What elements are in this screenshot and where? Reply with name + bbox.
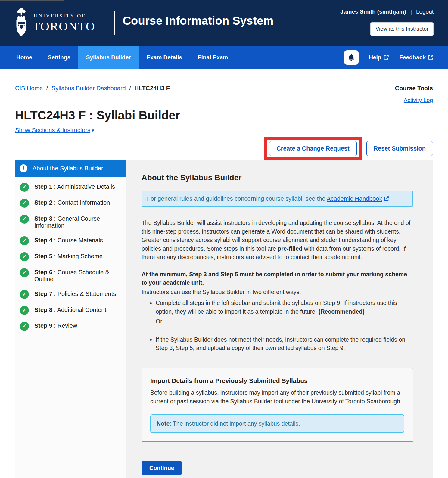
about-content: About the Syllabus Builder For general r… — [126, 160, 433, 478]
check-circle-icon: ✓ — [20, 322, 29, 331]
info-icon: i — [20, 164, 27, 172]
syllabus-builder-panel: i About the Syllabus Builder ✓ Step 1 : … — [15, 160, 433, 478]
breadcrumb: CIS Home / Syllabus Builder Dashboard / … — [15, 85, 170, 92]
nav-tab[interactable]: Exam Details — [139, 46, 190, 69]
page-title: HLTC24H3 F : Syllabi Builder — [15, 109, 433, 122]
nav-tab[interactable]: Settings — [40, 46, 78, 69]
sidebar-step-item[interactable]: ✓ Step 2 : Contact Information — [15, 196, 126, 212]
caret-down-icon: ▾ — [92, 127, 94, 134]
sidebar-step-item[interactable]: ✓ Step 7 : Policies & Statements — [15, 287, 126, 303]
sidebar-step-item[interactable]: ✓ Step 5 : Marking Scheme — [15, 249, 126, 265]
handbook-alert: For general rules and guidelines concern… — [142, 191, 413, 207]
uoft-logo[interactable]: UNIVERSITY OF TORONTO — [14, 7, 95, 39]
minimum-steps-note: At the minimum, Step 3 and Step 5 must b… — [142, 270, 413, 287]
import-note: Note: The instructor did not import any … — [150, 414, 404, 433]
sidebar-step-item[interactable]: ✓ Step 4 : Course Materials — [15, 233, 126, 249]
logout-link[interactable]: Logout — [416, 8, 434, 15]
external-link-icon — [384, 196, 389, 201]
sidebar-item-about[interactable]: i About the Syllabus Builder — [15, 160, 126, 177]
check-circle-icon: ✓ — [20, 268, 29, 277]
course-tools-heading: Course Tools — [395, 85, 433, 92]
activity-log-link[interactable]: Activity Log — [404, 97, 433, 103]
sidebar-step-item[interactable]: ✓ Step 6 : Course Schedule & Outline — [15, 265, 126, 287]
annotation-highlight: Create a Change Request — [264, 137, 362, 160]
uoft-crest-icon — [14, 7, 28, 39]
app-title: Course Information System — [123, 14, 273, 27]
usage-option: Complete all steps in the left sidebar a… — [156, 299, 413, 326]
header-separator: | — [410, 8, 412, 15]
notifications-button[interactable] — [344, 50, 359, 65]
help-link[interactable]: Help — [369, 54, 389, 61]
check-circle-icon: ✓ — [20, 290, 29, 299]
view-as-instructor-button[interactable]: View as this Instructor — [370, 22, 434, 36]
create-change-request-button[interactable]: Create a Change Request — [269, 141, 356, 156]
import-box-body: Before building a syllabus, instructors … — [150, 388, 404, 406]
header-divider — [114, 11, 115, 35]
uoft-wordmark: UNIVERSITY OF TORONTO — [33, 13, 95, 33]
breadcrumb-current: HLTC24H3 F — [134, 85, 170, 92]
nav-tab[interactable]: Final Exam — [190, 46, 236, 69]
nav-tab[interactable]: Home — [8, 46, 40, 69]
academic-handbook-link[interactable]: Academic Handbook — [327, 195, 382, 202]
main-nav: Home Settings Syllabus Builder Exam Deta… — [0, 46, 448, 69]
feedback-link[interactable]: Feedback — [399, 54, 434, 61]
sidebar-step-item[interactable]: ✓ Step 9 : Review — [15, 319, 126, 335]
logged-in-user: James Smith (smithjam) — [340, 8, 406, 15]
bell-icon — [348, 54, 355, 61]
check-circle-icon: ✓ — [20, 199, 29, 208]
content-heading: About the Syllabus Builder — [142, 173, 413, 182]
two-ways-line: Instructors can use the Syllabus Builder… — [142, 288, 413, 296]
external-link-icon — [428, 54, 434, 60]
check-circle-icon: ✓ — [20, 215, 29, 224]
window-edge-artifact — [0, 0, 64, 1]
breadcrumb-cis-home[interactable]: CIS Home — [15, 85, 43, 92]
reset-submission-button[interactable]: Reset Submission — [366, 141, 433, 156]
intro-paragraph: The Syllabus Builder will assist instruc… — [142, 219, 413, 262]
check-circle-icon: ✓ — [20, 236, 29, 245]
check-circle-icon: ✓ — [20, 183, 29, 192]
show-sections-toggle[interactable]: Show Sections & Instructors — [15, 127, 90, 133]
app-header: UNIVERSITY OF TORONTO Course Information… — [0, 0, 448, 46]
breadcrumb-dashboard[interactable]: Syllabus Builder Dashboard — [51, 85, 126, 92]
import-details-box: Import Details from a Previously Submitt… — [142, 368, 413, 442]
check-circle-icon: ✓ — [20, 252, 29, 261]
usage-option: If the Syllabus Builder does not meet th… — [156, 335, 413, 352]
sidebar-step-item[interactable]: ✓ Step 1 : Administrative Details — [15, 180, 126, 196]
check-circle-icon: ✓ — [20, 306, 29, 315]
sidebar-step-item[interactable]: ✓ Step 8 : Additional Content — [15, 303, 126, 319]
import-box-title: Import Details from a Previously Submitt… — [150, 377, 404, 384]
continue-button[interactable]: Continue — [142, 461, 182, 475]
usage-options-list: Complete all steps in the left sidebar a… — [142, 299, 413, 352]
nav-tab[interactable]: Syllabus Builder — [78, 46, 139, 69]
steps-list: ✓ Step 1 : Administrative Details ✓ Step… — [15, 177, 126, 335]
sidebar-step-item[interactable]: ✓ Step 3 : General Course Information — [15, 212, 126, 233]
steps-sidebar: i About the Syllabus Builder ✓ Step 1 : … — [15, 160, 126, 478]
external-link-icon — [383, 54, 389, 60]
